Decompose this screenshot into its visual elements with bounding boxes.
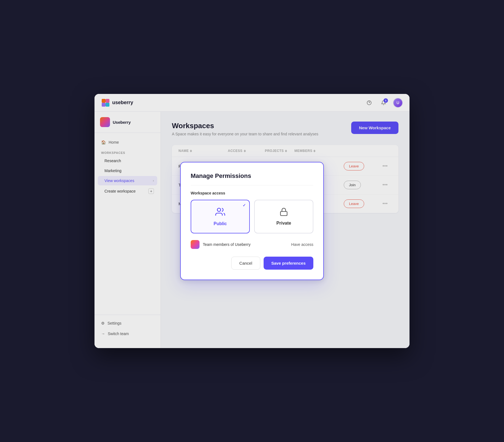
modal-footer: Cancel Save preferences [191,257,313,270]
modal-section-label: Workspace access [191,191,313,195]
cancel-button[interactable]: Cancel [231,257,260,270]
team-access-icon [191,240,200,249]
team-access-text: Team members of Useberry [203,242,288,247]
modal-overlay: Manage Permissions Workspace access ✓ P [95,94,410,348]
check-icon: ✓ [243,203,246,207]
public-icon [215,207,225,219]
modal-title: Manage Permissions [191,172,313,185]
access-options: ✓ Public [191,200,313,233]
private-icon [279,207,288,219]
manage-permissions-modal: Manage Permissions Workspace access ✓ P [180,162,324,280]
svg-point-6 [217,208,221,212]
save-preferences-button[interactable]: Save preferences [264,257,313,270]
svg-rect-7 [280,212,287,216]
access-option-public[interactable]: ✓ Public [191,200,250,233]
public-label: Public [214,221,227,226]
access-option-private[interactable]: Private [254,200,313,233]
team-access-status: Have access [291,242,313,247]
private-label: Private [276,221,291,226]
team-access-row: Team members of Useberry Have access [191,240,313,249]
